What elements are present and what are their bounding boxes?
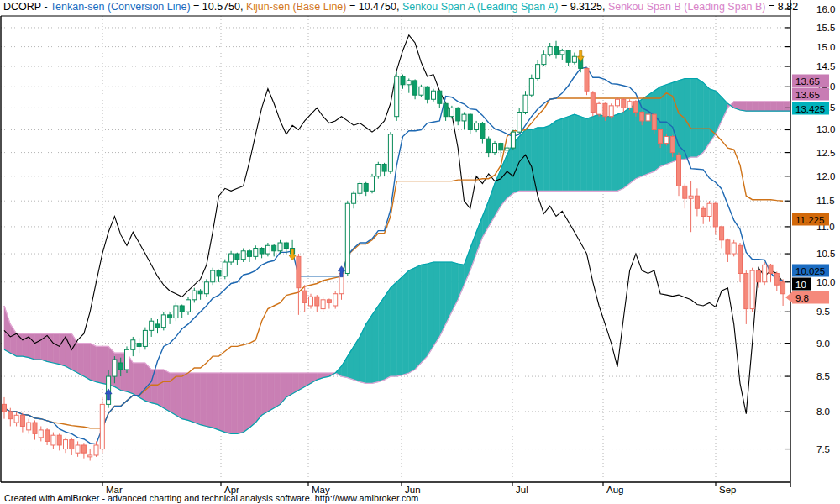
cloud-segment — [421, 264, 427, 363]
cloud-segment — [176, 373, 181, 419]
cloud-segment — [452, 262, 458, 312]
cloud-segment — [354, 337, 360, 382]
candle-body — [358, 183, 362, 193]
price-flag: 10.025 — [792, 265, 829, 277]
cloud-segment — [783, 102, 789, 111]
title-segment: Senkou Span A (Leading Span A) — [402, 1, 559, 13]
cloud-segment — [771, 102, 777, 111]
candle-body — [597, 103, 601, 114]
candle-body — [302, 291, 307, 302]
y-tick-label: 8.0 — [816, 407, 830, 417]
cloud-segment — [679, 79, 685, 160]
cloud-segment — [385, 288, 391, 380]
title-segment: DCORP - — [3, 1, 50, 13]
cloud-segment — [630, 103, 636, 183]
candle-body — [401, 76, 405, 85]
cloud-segment — [90, 344, 96, 382]
candle-body — [137, 344, 141, 347]
candle-body — [505, 148, 509, 150]
y-tick-label: 8.5 — [816, 371, 830, 381]
candle-body — [364, 183, 368, 191]
candle-body — [143, 330, 147, 346]
candle-body — [499, 144, 503, 150]
y-tick-label: 7.5 — [816, 444, 830, 454]
candle-body — [76, 445, 80, 453]
cloud-segment — [47, 333, 53, 363]
candle-body — [529, 78, 533, 95]
credit-footer: Created with AmiBroker - advanced charti… — [4, 493, 418, 503]
candle-body — [713, 203, 717, 227]
flag-value: 13.65 — [795, 76, 820, 87]
cloud-segment — [231, 373, 237, 433]
y-tick-label: 11.5 — [816, 196, 835, 206]
candle-body — [480, 123, 485, 139]
candle-body — [229, 254, 234, 262]
cloud-segment — [396, 276, 402, 376]
cloud-segment — [648, 91, 654, 174]
candle-body — [155, 324, 160, 328]
cloud-segment — [219, 373, 225, 433]
candle-body — [493, 144, 497, 153]
candle-body — [248, 251, 252, 257]
flag-value: 13.425 — [795, 104, 825, 114]
cloud-segment — [575, 114, 580, 191]
title-segment: = 10.4750, — [346, 1, 402, 13]
cloud-segment — [4, 306, 10, 353]
flag-value: 10.025 — [795, 266, 825, 276]
candle-body — [118, 363, 123, 370]
candle-body — [732, 243, 736, 254]
candle-body — [192, 291, 197, 300]
candle-body — [57, 435, 61, 445]
candle-body — [260, 249, 264, 255]
candle-body — [39, 430, 43, 438]
cloud-segment — [151, 370, 157, 404]
cloud-segment — [623, 108, 629, 188]
candle-body — [8, 412, 13, 419]
month-label: Aug — [606, 485, 623, 495]
candle-body — [763, 265, 767, 281]
candle-body — [395, 76, 399, 117]
candle-body — [223, 262, 227, 276]
flag-value: 13.65 — [795, 90, 820, 100]
candle-body — [345, 203, 349, 273]
cloud-segment — [550, 121, 556, 191]
candle-body — [180, 306, 184, 312]
candle-body — [327, 300, 331, 303]
candle-body — [407, 81, 411, 85]
cloud-segment — [133, 363, 139, 397]
title-segment: Tenkan-sen (Conversion Line) — [50, 1, 191, 13]
candle-body — [321, 300, 325, 309]
cloud-segment — [78, 344, 84, 377]
cloud-segment — [366, 315, 372, 383]
price-plot[interactable]: 16.015.515.014.514.013.513.012.512.011.5… — [0, 0, 840, 504]
title-segment: Senkou Span B (Leading Span B) — [608, 1, 766, 13]
flag-value: 9.8 — [795, 293, 809, 303]
y-tick-label: 15.5 — [816, 23, 835, 33]
candle-body — [689, 196, 693, 198]
cloud-segment — [372, 306, 378, 383]
candle-body — [744, 273, 748, 308]
cloud-segment — [378, 297, 384, 381]
cloud-segment — [612, 114, 617, 191]
cloud-segment — [697, 79, 703, 158]
candle-body — [523, 95, 528, 112]
price-flags: 13.6513.6513.42511.22510.025109.8 — [785, 75, 829, 304]
candle-body — [659, 129, 663, 143]
month-label: Sep — [719, 485, 736, 495]
cloud-segment — [194, 373, 200, 425]
cloud-segment — [685, 79, 690, 160]
cloud-segment — [476, 217, 482, 255]
candle-body — [622, 99, 626, 108]
cloud-segment — [642, 95, 648, 176]
y-axis: 16.015.515.014.514.013.513.012.512.011.5… — [785, 4, 835, 454]
candle-body — [425, 87, 429, 99]
candle-body — [756, 270, 760, 282]
cloud-segment — [703, 82, 709, 152]
title-segment: Kijun-sen (Base Line) — [246, 1, 347, 13]
ichimoku-cloud — [4, 79, 795, 434]
candle-body — [726, 240, 730, 254]
cloud-segment — [225, 373, 231, 433]
cloud-segment — [489, 184, 495, 227]
candle-body — [456, 108, 460, 121]
candle-body — [186, 300, 191, 312]
